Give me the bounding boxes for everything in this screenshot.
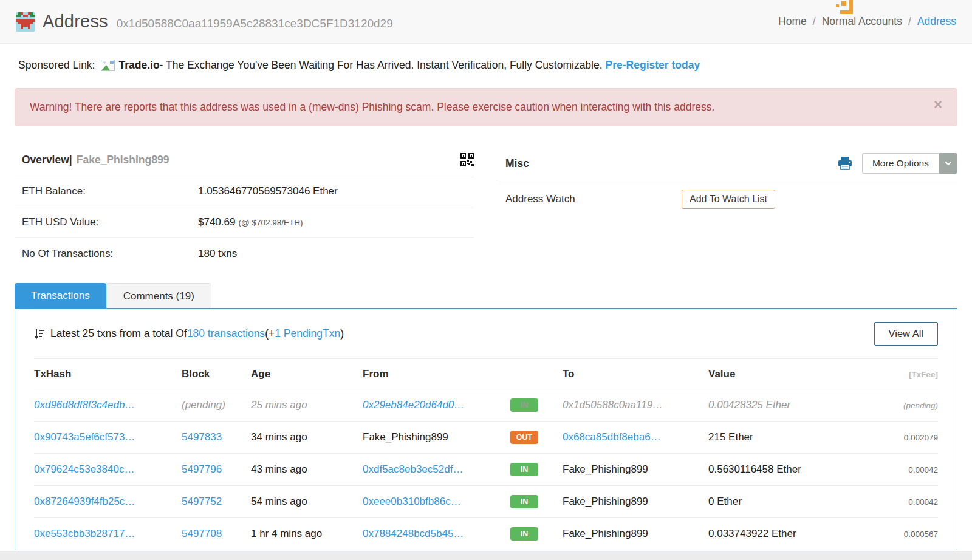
pending-txn-link[interactable]: 1 PendingTxn (275, 327, 340, 340)
eth-usd-label: ETH USD Value: (22, 216, 198, 228)
phishing-warning-banner: Warning! There are reports that this add… (15, 88, 957, 126)
view-all-button[interactable]: View All (874, 322, 938, 346)
pre-register-link[interactable]: Pre-Register today (606, 59, 700, 72)
sponsored-label: Sponsored Link: (18, 59, 95, 72)
broken-image-icon (101, 60, 115, 71)
tab-comments[interactable]: Comments (19) (106, 283, 211, 308)
age-value: 43 mins ago (251, 463, 307, 475)
table-row: 0x87264939f4fb25c…549775254 mins ago0xee… (34, 486, 938, 518)
txn-count-value: 180 txns (198, 248, 237, 260)
txhash-link[interactable]: 0xe553cbb3b28717… (34, 528, 135, 539)
col-block: Block (182, 359, 251, 389)
sponsored-text: - The Exchange You've Been Waiting For H… (160, 59, 603, 72)
eth-usd-value: $740.69 (198, 216, 235, 228)
breadcrumb-normal-accounts[interactable]: Normal Accounts (822, 15, 902, 28)
printer-icon[interactable] (838, 157, 852, 170)
age-value: 25 mins ago (251, 399, 307, 411)
misc-header: Misc More Options (498, 153, 957, 183)
from-address-link[interactable]: 0xeee0b310bfb86c… (363, 496, 461, 507)
table-header-row: TxHash Block Age From To Value [TxFee] (34, 359, 938, 389)
txfee-cell: (pending) (903, 401, 938, 410)
col-value: Value (708, 359, 880, 389)
txn-count-row: No Of Transactions: 180 txns (15, 238, 474, 269)
col-txhash: TxHash (34, 359, 182, 389)
tab-transactions[interactable]: Transactions (15, 283, 106, 308)
summary-prefix: Latest 25 txns from a total Of (50, 327, 187, 340)
col-from: From (363, 359, 510, 389)
eth-balance-value: 1.053646770569573046 Ether (198, 185, 338, 197)
table-row: 0x79624c53e3840c…549779643 mins ago0xdf5… (34, 454, 938, 486)
summary-suffix: ) (340, 327, 344, 340)
table-row: 0xe553cbb3b28717…54977081 hr 4 mins ago0… (34, 518, 938, 550)
summary-mid: (+ (265, 327, 275, 340)
eth-usd-value-row: ETH USD Value: $740.69 (@ $702.98/ETH) (15, 207, 474, 238)
header-bar: Address 0x1d50588C0aa11959A5c28831ce3DC5… (0, 0, 972, 44)
total-transactions-link[interactable]: 180 transactions (187, 327, 265, 340)
breadcrumb-separator: / (813, 15, 816, 28)
txhash-link[interactable]: 0xd96d8df8f3c4edb… (34, 399, 135, 411)
txfee-cell: 0.000567 (904, 530, 938, 539)
value-cell: 215 Ether (708, 431, 753, 443)
block-link[interactable]: 5497752 (182, 496, 222, 507)
close-icon[interactable]: × (934, 97, 942, 112)
address-identicon-icon (16, 12, 35, 32)
qr-code-icon[interactable] (460, 153, 474, 166)
to-address: Fake_Phishing899 (563, 463, 648, 475)
address-hash: 0x1d50588C0aa11959A5c28831ce3DC5F1D3120d… (117, 17, 393, 30)
block-link[interactable]: 5497708 (182, 528, 222, 539)
eth-rate-note: (@ $702.98/ETH) (238, 218, 303, 227)
direction-badge: OUT (510, 431, 538, 444)
breadcrumb-address[interactable]: Address (917, 15, 956, 28)
to-address: Fake_Phishing899 (563, 496, 648, 507)
to-address-link[interactable]: 0x68ca85dbf8eba6… (563, 431, 661, 443)
from-address-link[interactable]: 0xdf5ac8eb3ec52df… (363, 463, 463, 475)
block-pending: (pending) (182, 399, 225, 411)
direction-badge: IN (510, 463, 538, 476)
sponsored-brand: Trade.io (118, 59, 159, 72)
address-watch-row: Address Watch Add To Watch List (498, 183, 957, 214)
value-cell: 0.00428325 Ether (708, 399, 790, 411)
txfee-cell: 0.002079 (904, 433, 938, 442)
to-address: 0x1d50588c0aa119… (563, 399, 663, 411)
chevron-down-icon[interactable] (939, 153, 957, 174)
age-value: 34 mins ago (251, 431, 307, 443)
page-bottom-strip (0, 551, 972, 560)
more-options-button[interactable]: More Options (862, 153, 939, 174)
value-cell: 0.033743922 Ether (708, 528, 796, 539)
address-label-name: Fake_Phishing899 (77, 154, 169, 166)
misc-title: Misc (505, 157, 529, 170)
breadcrumb-home[interactable]: Home (778, 15, 807, 28)
txhash-link[interactable]: 0x90743a5ef6cf573… (34, 431, 135, 443)
info-panels: Overview | Fake_Phishing899 (0, 153, 972, 269)
age-value: 54 mins ago (251, 496, 307, 507)
txfee-cell: 0.00042 (908, 497, 938, 507)
age-value: 1 hr 4 mins ago (251, 528, 322, 539)
from-address: Fake_Phishing899 (363, 431, 448, 443)
tab-bar: Transactions Comments (19) (0, 283, 972, 308)
table-row: 0x90743a5ef6cf573…549783334 mins agoFake… (34, 422, 938, 454)
breadcrumb: Home / Normal Accounts / Address (778, 15, 956, 28)
txhash-link[interactable]: 0x87264939f4fb25c… (34, 496, 135, 507)
address-watch-label: Address Watch (505, 193, 682, 205)
from-address-link[interactable]: 0x7884248bcd5b45… (363, 528, 464, 539)
from-address-link[interactable]: 0x29eb84e20d64d0… (363, 399, 464, 411)
eth-balance-label: ETH Balance: (22, 185, 198, 197)
direction-badge: IN (510, 527, 538, 541)
overview-pipe: | (69, 154, 72, 166)
value-cell: 0.5630116458 Ether (708, 463, 801, 475)
warning-text: Warning! There are reports that this add… (30, 101, 714, 113)
block-link[interactable]: 5497796 (182, 463, 222, 475)
direction-badge: IN (510, 495, 538, 508)
txn-count-label: No Of Transactions: (22, 248, 198, 260)
sponsored-link-row: Sponsored Link: Trade.io - The Exchange … (0, 44, 972, 72)
add-to-watch-list-button[interactable]: Add To Watch List (682, 190, 775, 209)
overview-header: Overview | Fake_Phishing899 (15, 153, 474, 176)
table-row: 0xd96d8df8f3c4edb…(pending)25 mins ago0x… (34, 389, 938, 422)
page-title: Address (43, 12, 108, 32)
sort-amount-icon (34, 329, 45, 340)
block-link[interactable]: 5497833 (182, 431, 222, 443)
eth-balance-row: ETH Balance: 1.053646770569573046 Ether (15, 176, 474, 207)
overview-title: Overview (22, 154, 69, 166)
txhash-link[interactable]: 0x79624c53e3840c… (34, 463, 134, 475)
transactions-table: TxHash Block Age From To Value [TxFee] 0… (34, 358, 938, 550)
